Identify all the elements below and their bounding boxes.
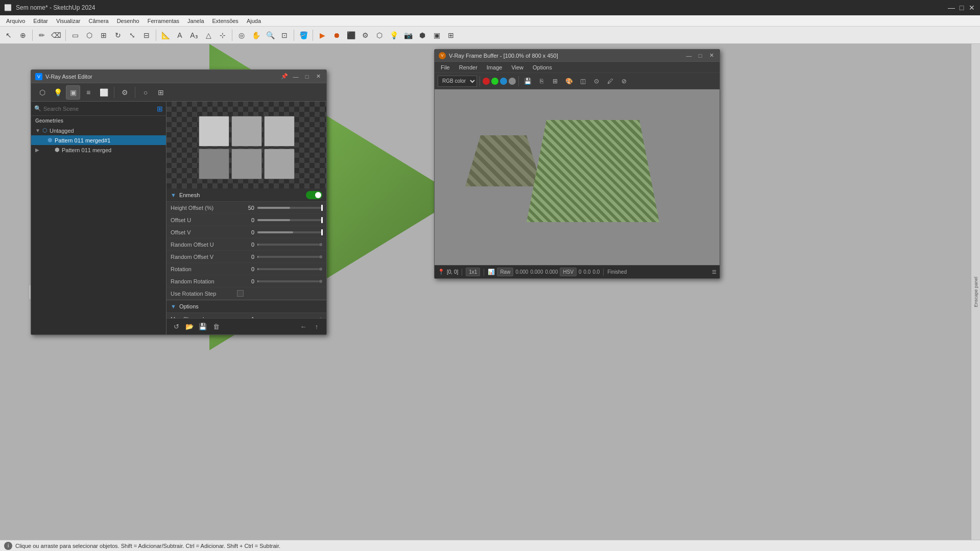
vfb-menu-image[interactable]: Image [483, 63, 507, 71]
vray-more-btn[interactable]: ⊞ [444, 29, 458, 42]
menu-editar[interactable]: Editar [29, 17, 52, 25]
tool-move[interactable]: ⊞ [97, 29, 110, 42]
vfb-menu-options[interactable]: Options [529, 63, 556, 71]
vfb-lens-btn[interactable]: ⊙ [590, 75, 603, 87]
tool-3d-text[interactable]: A₃ [187, 29, 201, 42]
menu-extensoes[interactable]: Extensões [208, 17, 243, 25]
prop-value-random-rotation[interactable]: 0 [237, 278, 257, 284]
tool-tape[interactable]: 📐 [159, 29, 172, 42]
vray-light-btn[interactable]: 💡 [387, 29, 400, 42]
tool-zoom[interactable]: 🔍 [264, 29, 277, 42]
vfb-save-btn[interactable]: 💾 [521, 75, 534, 87]
tool-pan[interactable]: ✋ [249, 29, 262, 42]
prop-slider-rotation[interactable] [257, 268, 319, 270]
footer-delete-btn[interactable]: 🗑 [210, 321, 222, 332]
vfb-color-green[interactable] [491, 78, 498, 85]
tool-axes[interactable]: ⊹ [216, 29, 229, 42]
asset-icon-lights[interactable]: 💡 [51, 85, 65, 100]
close-button[interactable]: ✕ [968, 4, 976, 12]
prop-value-random-offset-v[interactable]: 0 [237, 254, 257, 260]
footer-reset-btn[interactable]: ↺ [171, 321, 182, 332]
asset-icon-geometry[interactable]: ⬡ [35, 85, 50, 100]
enmesh-section-header[interactable]: ▼ Enmesh [166, 188, 326, 202]
vfb-mode-btn[interactable]: Raw [497, 268, 513, 276]
vfb-color-red[interactable] [483, 78, 490, 85]
tool-protractor[interactable]: △ [202, 29, 215, 42]
asset-icon-vfb[interactable]: ○ [138, 85, 153, 100]
vray-ipr-btn[interactable]: ⏺ [330, 29, 343, 42]
vray-cam-btn[interactable]: 📷 [401, 29, 415, 42]
prop-value-offset-v[interactable]: 0 [237, 229, 257, 235]
tool-text[interactable]: A [173, 29, 186, 42]
vfb-color-mode-select[interactable]: RGB color [438, 76, 477, 87]
tool-scale[interactable]: ⤡ [126, 29, 139, 42]
tree-item-pattern1[interactable]: ⬢ Pattern 011 merged#1 [31, 135, 166, 145]
asset-icon-extra[interactable]: ⊞ [154, 85, 168, 100]
prop-value-offset-u[interactable]: 0 [237, 217, 257, 223]
vfb-color-gray[interactable] [509, 78, 516, 85]
vfb-menu-render[interactable]: Render [455, 63, 482, 71]
tool-space-mouse[interactable]: ⊕ [16, 29, 30, 42]
vfb-menu-view[interactable]: View [507, 63, 528, 71]
panel-maximize-btn[interactable]: □ [303, 73, 311, 80]
vfb-clear-btn[interactable]: ⊘ [618, 75, 630, 87]
vray-asset-btn[interactable]: ⚙ [358, 29, 372, 42]
vfb-maximize-btn[interactable]: □ [696, 52, 704, 59]
prop-slider-random-rotation[interactable] [257, 280, 319, 282]
vray-render-btn[interactable]: ▶ [316, 29, 329, 42]
vfb-color-blue[interactable] [500, 78, 507, 85]
asset-icon-materials[interactable]: ▣ [66, 85, 80, 100]
tree-item-pattern2[interactable]: ▶ ⬢ Pattern 011 merged [31, 145, 166, 155]
asset-icon-settings[interactable]: ⚙ [117, 85, 132, 100]
vfb-grid-btn[interactable]: ⊞ [549, 75, 561, 87]
vfb-compare-btn[interactable]: ◫ [577, 75, 589, 87]
prop-checkbox-use-rotation-step[interactable] [237, 290, 244, 297]
search-filter-btn[interactable]: ⊞ [157, 105, 163, 113]
vfb-zoom-btn[interactable]: 1x1 [466, 268, 480, 276]
prop-slider-map-channel[interactable] [257, 318, 319, 319]
tool-pencil[interactable]: ✏ [35, 29, 49, 42]
menu-ferramentas[interactable]: Ferramentas [144, 17, 183, 25]
menu-visualizar[interactable]: Visualizar [52, 17, 85, 25]
tool-erase[interactable]: ⌫ [50, 29, 63, 42]
tool-offset[interactable]: ⊟ [140, 29, 153, 42]
tool-orbit[interactable]: ◎ [235, 29, 248, 42]
tool-rotate[interactable]: ↻ [111, 29, 125, 42]
vfb-stamp-btn[interactable]: 🖊 [604, 75, 616, 87]
vfb-menu-file[interactable]: File [437, 63, 454, 71]
prop-value-height-offset[interactable]: 50 [237, 205, 257, 211]
prop-slider-offset-u[interactable] [257, 219, 322, 221]
tool-paint[interactable]: 🪣 [297, 29, 310, 42]
vfb-close-btn[interactable]: ✕ [707, 52, 715, 59]
props-scroll[interactable]: ▼ Enmesh Height Offset (%) 50 [166, 188, 326, 318]
vray-frame-btn[interactable]: ⬛ [344, 29, 357, 42]
footer-back-btn[interactable]: ← [298, 321, 309, 332]
asset-icon-render[interactable]: ⬜ [97, 85, 111, 100]
prop-value-random-offset-u[interactable]: 0 [237, 242, 257, 248]
asset-icon-textures[interactable]: ≡ [81, 85, 95, 100]
prop-value-rotation[interactable]: 0 [237, 266, 257, 272]
tool-push[interactable]: ⬡ [83, 29, 96, 42]
vray-geo-btn[interactable]: ⬢ [416, 29, 429, 42]
tool-zoom-extent[interactable]: ⊡ [278, 29, 291, 42]
minimize-button[interactable]: — [947, 4, 955, 12]
vray-mat-btn[interactable]: ⬡ [373, 29, 386, 42]
prop-slider-offset-v[interactable] [257, 231, 322, 233]
vfb-minimize-btn[interactable]: — [685, 52, 693, 59]
menu-camera[interactable]: Câmera [85, 17, 113, 25]
canvas-area[interactable]: ❮ Enscape panel V V-Ray Asset Editor 📌 —… [0, 44, 980, 540]
search-input[interactable] [43, 106, 155, 112]
vfb-color-correct-btn[interactable]: 🎨 [563, 75, 575, 87]
panel-close-btn[interactable]: ✕ [314, 73, 322, 80]
tree-item-untagged[interactable]: ▼ ⬡ Untagged [31, 126, 166, 135]
enmesh-toggle[interactable] [306, 191, 322, 199]
footer-save-btn[interactable]: 💾 [197, 321, 208, 332]
tool-rect[interactable]: ▭ [68, 29, 82, 42]
footer-open-btn[interactable]: 📂 [184, 321, 195, 332]
maximize-button[interactable]: □ [958, 4, 966, 12]
vfb-colorspace-btn[interactable]: HSV [560, 268, 577, 276]
menu-ajuda[interactable]: Ajuda [243, 17, 265, 25]
menu-arquivo[interactable]: Arquivo [2, 17, 29, 25]
prop-slider-height-offset[interactable] [257, 207, 322, 209]
menu-desenho[interactable]: Desenho [113, 17, 144, 25]
